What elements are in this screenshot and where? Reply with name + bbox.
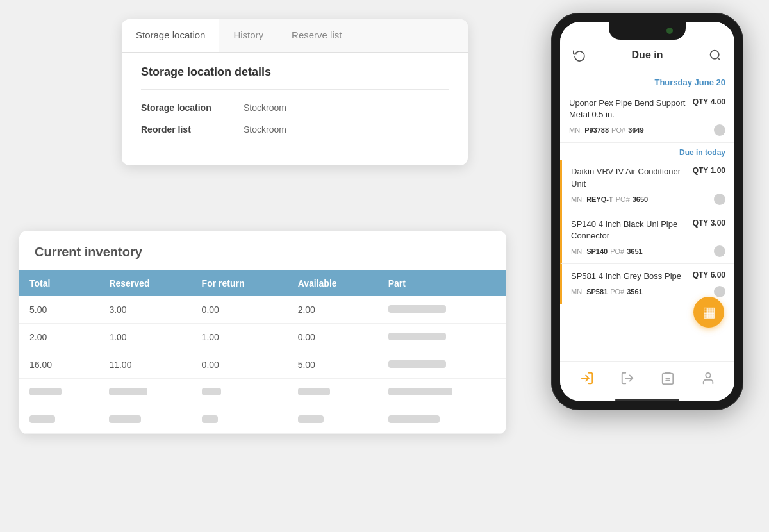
order-qty: QTY 3.00 xyxy=(693,219,725,228)
inventory-title: Current inventory xyxy=(35,245,491,260)
mn-label: MN: xyxy=(569,126,582,134)
mn-value: SP140 xyxy=(586,247,608,255)
col-reserved: Reserved xyxy=(99,270,191,296)
order-top: Daikin VRV IV Air Conditioner Unit QTY 1… xyxy=(571,166,725,189)
cell-total-3: 16.00 xyxy=(19,351,99,379)
qty-label: QTY xyxy=(693,270,709,279)
svg-point-7 xyxy=(706,373,710,378)
tab-bar: Storage location History Reserve list xyxy=(122,19,468,53)
order-name: SP140 4 Inch Black Uni Pipe Connector xyxy=(571,219,688,242)
part-skeleton-3 xyxy=(388,360,446,368)
inventory-table-head: Total Reserved For return Available Part xyxy=(19,270,506,296)
mn-label: MN: xyxy=(571,247,584,255)
skel-1 xyxy=(19,379,99,406)
cell-reserved-1: 3.00 xyxy=(99,296,191,324)
col-available: Available xyxy=(288,270,378,296)
mn-label: MN: xyxy=(571,288,584,295)
order-qty: QTY 1.00 xyxy=(693,166,725,175)
search-icon xyxy=(709,49,722,62)
tab-history[interactable]: History xyxy=(219,19,277,52)
svg-line-1 xyxy=(718,58,720,60)
po-value: 3561 xyxy=(627,288,642,295)
order-meta: MN: REYQ-T PO# 3650 xyxy=(571,194,725,205)
barcode-fab-button[interactable]: ▦ xyxy=(693,297,724,328)
table-header-row: Total Reserved For return Available Part xyxy=(19,270,506,296)
qty-value: 4.00 xyxy=(711,97,725,106)
order-meta-left: MN: SP140 PO# 3651 xyxy=(571,247,643,255)
order-name: Uponor Pex Pipe Bend Support Metal 0.5 i… xyxy=(569,97,688,121)
order-item[interactable]: SP140 4 Inch Black Uni Pipe Connector QT… xyxy=(560,212,734,264)
skel-8 xyxy=(192,406,288,434)
clipboard-icon xyxy=(661,371,675,385)
skeleton-bar xyxy=(388,415,440,423)
reorder-list-value: Stockroom xyxy=(244,124,286,135)
skel-10 xyxy=(378,406,506,434)
qty-label: QTY xyxy=(693,219,709,228)
home-indicator xyxy=(615,399,679,401)
storage-location-value: Stockroom xyxy=(244,103,286,113)
skeleton-bar xyxy=(109,415,141,423)
col-total: Total xyxy=(19,270,99,296)
phone-outer: Due in Thursday June 20 Uponor Pex Pipe … xyxy=(551,13,743,410)
order-top: SP140 4 Inch Black Uni Pipe Connector QT… xyxy=(571,219,725,242)
tab-storage-location[interactable]: Storage location xyxy=(122,19,219,52)
skel-4 xyxy=(288,379,378,406)
date-header-1: Thursday June 20 xyxy=(560,71,734,91)
skeleton-bar xyxy=(202,388,221,395)
cell-available-2: 0.00 xyxy=(288,324,378,351)
table-row xyxy=(19,379,506,406)
order-status-circle xyxy=(714,124,725,136)
storage-location-label: Storage location xyxy=(141,103,244,113)
search-button[interactable] xyxy=(706,46,724,64)
cell-part-2 xyxy=(378,324,506,351)
phone-bottom-nav xyxy=(560,361,734,396)
user-icon xyxy=(701,371,715,385)
cell-available-1: 2.00 xyxy=(288,296,378,324)
po-value: 3651 xyxy=(627,247,642,255)
order-status-circle xyxy=(714,194,725,205)
skeleton-bar xyxy=(388,388,452,395)
part-skeleton-2 xyxy=(388,333,446,340)
phone-screen: Due in Thursday June 20 Uponor Pex Pipe … xyxy=(560,22,734,401)
order-meta: MN: P93788 PO# 3649 xyxy=(569,124,725,136)
nav-sign-in-button[interactable] xyxy=(575,367,599,390)
table-row: 2.00 1.00 1.00 0.00 xyxy=(19,324,506,351)
refresh-button[interactable] xyxy=(570,46,588,64)
cell-forreturn-3: 0.00 xyxy=(192,351,288,379)
table-row: 16.00 11.00 0.00 5.00 xyxy=(19,351,506,379)
order-item[interactable]: Uponor Pex Pipe Bend Support Metal 0.5 i… xyxy=(560,91,734,143)
po-label: PO# xyxy=(610,288,624,295)
phone-title: Due in xyxy=(632,49,663,61)
cell-reserved-3: 11.00 xyxy=(99,351,191,379)
cell-available-3: 5.00 xyxy=(288,351,378,379)
tab-reserve-list[interactable]: Reserve list xyxy=(277,19,356,52)
cell-reserved-2: 1.00 xyxy=(99,324,191,351)
reorder-list-row: Reorder list Stockroom xyxy=(141,124,449,135)
nav-sign-out-button[interactable] xyxy=(616,367,639,390)
order-item[interactable]: Daikin VRV IV Air Conditioner Unit QTY 1… xyxy=(560,160,734,212)
notch-dot xyxy=(666,28,673,34)
reorder-list-label: Reorder list xyxy=(141,124,244,135)
order-top: Uponor Pex Pipe Bend Support Metal 0.5 i… xyxy=(569,97,725,121)
phone-wrapper: Due in Thursday June 20 Uponor Pex Pipe … xyxy=(551,13,750,500)
skeleton-bar xyxy=(298,415,324,423)
skel-2 xyxy=(99,379,191,406)
cell-forreturn-2: 1.00 xyxy=(192,324,288,351)
table-row xyxy=(19,406,506,434)
phone-notch xyxy=(609,22,686,40)
due-in-today-header: Due in today xyxy=(560,143,734,160)
col-for-return: For return xyxy=(192,270,288,296)
col-part: Part xyxy=(378,270,506,296)
skeleton-bar xyxy=(298,388,330,395)
po-label: PO# xyxy=(616,195,630,203)
order-meta-left: MN: REYQ-T PO# 3650 xyxy=(571,195,648,203)
barcode-icon: ▦ xyxy=(702,304,716,320)
qty-value: 6.00 xyxy=(711,270,725,279)
nav-clipboard-button[interactable] xyxy=(656,367,679,390)
sign-out-icon xyxy=(620,371,634,385)
qty-label: QTY xyxy=(693,97,709,106)
storage-location-row: Storage location Stockroom xyxy=(141,103,449,113)
sign-in-icon xyxy=(580,371,594,385)
nav-user-button[interactable] xyxy=(697,367,720,390)
cell-total-2: 2.00 xyxy=(19,324,99,351)
